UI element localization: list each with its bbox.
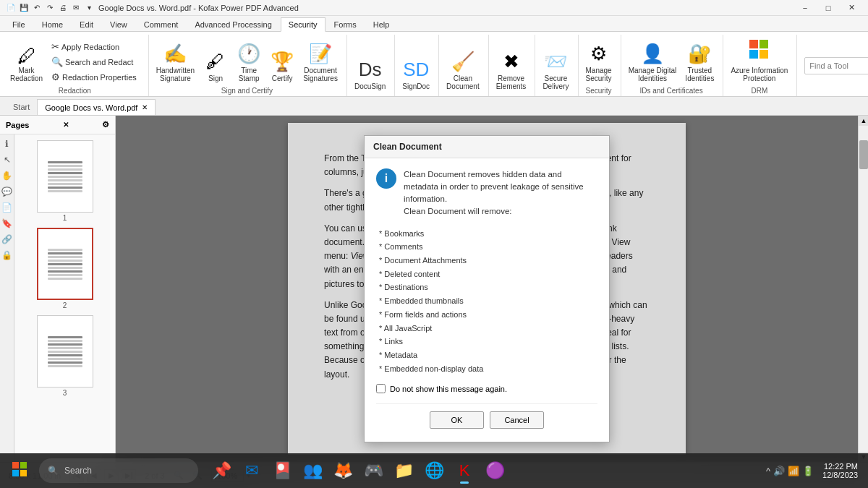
sign-button[interactable]: 🖋 Sign [200, 49, 231, 84]
remove-elements-button[interactable]: ✖ RemoveElements [493, 49, 529, 92]
find-tool-input[interactable] [804, 57, 868, 74]
manage-digital-label: Manage DigitalIdentities [629, 67, 677, 82]
link-tool[interactable]: 🔗 [1, 233, 14, 246]
mark-redaction-button[interactable]: 🖊 MarkRedaction [7, 45, 46, 84]
doc-tab-label: Google Docs vs. Word.pdf [45, 103, 137, 112]
secure-delivery-button[interactable]: 📨 SecureDelivery [540, 49, 571, 92]
email-icon[interactable]: ✉ [71, 3, 81, 13]
ok-button[interactable]: OK [430, 411, 484, 429]
wifi-icon[interactable]: 📶 [788, 466, 799, 476]
mark-redaction-icon: 🖊 [17, 46, 36, 65]
docusign-button[interactable]: Ds DocuSign [352, 57, 388, 92]
taskbar-app-pin[interactable]: 📌 [207, 456, 236, 485]
svg-rect-7 [20, 470, 27, 476]
page-num-3: 3 [63, 389, 67, 397]
page-thumb-1[interactable]: 1 [36, 140, 94, 222]
tab-file[interactable]: File [4, 17, 33, 31]
manage-digital-button[interactable]: 👤 Manage DigitalIdentities [626, 41, 680, 84]
apply-redaction-button[interactable]: ✂ Apply Redaction [48, 40, 140, 53]
tab-home[interactable]: Home [34, 17, 71, 31]
panel-settings-icon[interactable]: ⚙ [102, 120, 109, 129]
minimize-button[interactable]: − [794, 0, 816, 16]
taskbar-search[interactable]: 🔍 Search [39, 458, 198, 483]
ribbon-group-remove: ✖ RemoveElements [490, 35, 536, 96]
tab-security[interactable]: Security [281, 17, 326, 32]
taskbar-app-solitaire[interactable]: 🎴 [268, 456, 297, 485]
redaction-properties-button[interactable]: ⚙ Redaction Properties [48, 70, 140, 84]
list-item-deleted: * Deleted content [379, 267, 597, 281]
document-signatures-button[interactable]: 📝 DocumentSignatures [300, 41, 341, 84]
svg-rect-4 [12, 462, 19, 468]
docusign-group-label [352, 95, 388, 96]
tab-edit[interactable]: Edit [72, 17, 101, 31]
modal-info-main: Clean Document removes hidden data and m… [404, 170, 584, 204]
tab-comment[interactable]: Comment [136, 17, 187, 31]
page-thumb-3[interactable]: 3 [36, 315, 94, 397]
taskbar-app-edge[interactable]: 🌐 [420, 456, 448, 485]
tray-expand-icon[interactable]: ^ [766, 466, 770, 476]
bookmark-tool[interactable]: 🔖 [1, 217, 14, 230]
time-stamp-button[interactable]: 🕐 TimeStamp [234, 41, 264, 84]
undo-icon[interactable]: ↶ [32, 3, 42, 13]
taskbar-app-teams[interactable]: 👥 [298, 456, 327, 485]
pages-tool[interactable]: 📄 [1, 201, 14, 214]
maximize-button[interactable]: □ [817, 0, 839, 16]
start-button[interactable] [6, 457, 33, 484]
taskbar-app-xbox[interactable]: 🎮 [359, 456, 388, 485]
taskbar-app-firefox[interactable]: 🦊 [328, 456, 357, 485]
save-icon[interactable]: 💾 [19, 3, 29, 13]
modal-body: i Clean Document removes hidden data and… [365, 158, 609, 442]
tab-help[interactable]: Help [365, 17, 398, 31]
trusted-ids-icon: 🔐 [688, 43, 711, 65]
signdoc-button[interactable]: SD SignDoc [399, 57, 433, 92]
scroll-up-arrow[interactable]: ▲ [859, 116, 868, 126]
redo-icon[interactable]: ↷ [45, 3, 55, 13]
scroll-thumb[interactable] [859, 140, 868, 169]
digital-ids-content: 👤 Manage DigitalIdentities 🔐 TrustedIden… [626, 35, 718, 87]
cancel-button[interactable]: Cancel [490, 411, 544, 429]
redaction-sub-group: ✂ Apply Redaction 🔍 Search and Redact ⚙ … [48, 40, 140, 84]
search-and-redact-button[interactable]: 🔍 Search and Redact [48, 55, 140, 69]
trusted-ids-label: TrustedIdentities [685, 67, 714, 82]
firefox-icon: 🦊 [333, 461, 353, 480]
dont-show-checkbox[interactable] [376, 384, 386, 393]
print-icon[interactable]: 🖨 [58, 3, 68, 13]
info-tool[interactable]: ℹ [1, 137, 14, 150]
scroll-track[interactable] [859, 126, 868, 452]
manage-digital-icon: 👤 [641, 43, 664, 65]
taskbar-app-explorer[interactable]: 📁 [389, 456, 418, 485]
main-content: From the Table properties menu you can a… [116, 116, 858, 462]
pin-icon: 📌 [212, 461, 231, 480]
right-scrollbar: ▲ ▼ [858, 116, 868, 462]
tab-forms[interactable]: Forms [326, 17, 365, 31]
taskbar-app-mail[interactable]: ✉ [237, 456, 266, 485]
azure-button[interactable]: Azure InformationProtection [728, 38, 791, 84]
start-tab[interactable]: Start [6, 99, 37, 115]
certify-button[interactable]: 🏆 Certify [267, 49, 297, 84]
taskbar-app-kofax[interactable]: K [450, 456, 479, 485]
battery-icon[interactable]: 🔋 [802, 466, 814, 476]
comment-tool[interactable]: 💬 [1, 185, 14, 198]
taskbar-clock[interactable]: 12:22 PM 12/8/2023 [818, 462, 862, 479]
close-button[interactable]: ✕ [841, 0, 862, 16]
lock-tool[interactable]: 🔒 [1, 249, 14, 262]
panel-close-icon[interactable]: ✕ [63, 121, 69, 129]
manage-security-button[interactable]: ⚙ ManageSecurity [583, 41, 615, 84]
doc-tab[interactable]: Google Docs vs. Word.pdf ✕ [37, 99, 156, 115]
extra1-icon: 🟣 [485, 461, 505, 480]
taskbar-app-extra1[interactable]: 🟣 [480, 456, 509, 485]
tab-close-button[interactable]: ✕ [142, 103, 148, 111]
dropdown-icon[interactable]: ▾ [84, 3, 94, 13]
page-thumb-2[interactable]: 2 [36, 228, 94, 309]
volume-icon[interactable]: 🔊 [773, 466, 785, 476]
page-thumbnails: 1 2 [14, 134, 115, 462]
trusted-ids-button[interactable]: 🔐 TrustedIdentities [682, 41, 717, 84]
ribbon-group-digital-ids: 👤 Manage DigitalIdentities 🔐 TrustedIden… [623, 35, 724, 96]
handwritten-sig-button[interactable]: ✍ HandwrittenSignature [153, 41, 197, 84]
tab-view[interactable]: View [102, 17, 135, 31]
pointer-tool[interactable]: ↖ [1, 153, 14, 166]
sign-certify-content: ✍ HandwrittenSignature 🖋 Sign 🕐 TimeStam… [153, 35, 341, 87]
tab-advanced-processing[interactable]: Advanced Processing [187, 17, 279, 31]
pan-tool[interactable]: ✋ [1, 169, 14, 182]
clean-button[interactable]: 🧹 CleanDocument [443, 49, 482, 92]
